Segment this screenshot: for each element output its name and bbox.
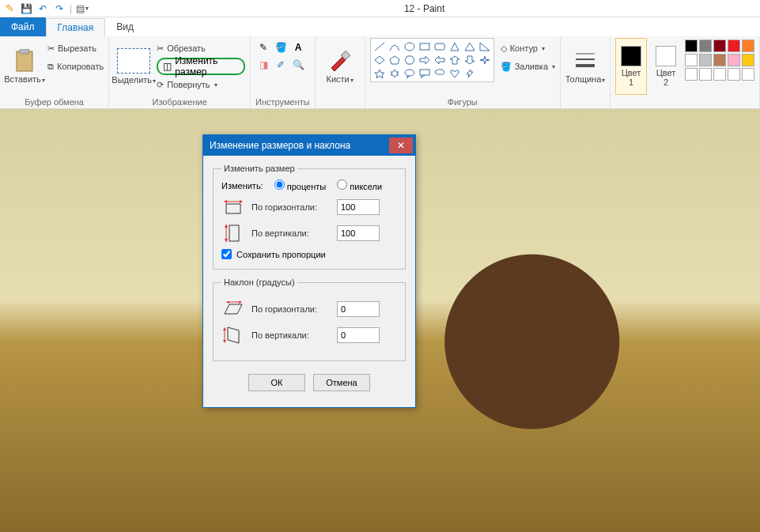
shape-roundrect[interactable] [433, 40, 447, 53]
select-button[interactable]: Выделить▾ [114, 38, 153, 95]
svg-marker-7 [451, 43, 459, 51]
shape-callout-rect[interactable] [418, 67, 432, 80]
color1-button[interactable]: Цвет 1 [615, 38, 647, 95]
tab-view[interactable]: Вид [105, 17, 145, 36]
shape-arrow-up[interactable] [448, 54, 462, 66]
svg-marker-10 [375, 56, 384, 64]
color-swatch[interactable] [713, 40, 726, 52]
cut-button[interactable]: ✂Вырезать [47, 40, 104, 57]
color-swatch[interactable] [713, 68, 726, 81]
resize-button[interactable]: ◫Изменить размер [157, 58, 245, 75]
skew-vert-input[interactable] [337, 327, 380, 343]
svg-marker-19 [391, 70, 399, 77]
group-image: Выделить▾ ✂Обрезать ◫Изменить размер ⟳По… [109, 36, 251, 108]
copy-label: Копировать [57, 62, 104, 71]
paste-label: Вставить [4, 74, 41, 84]
select-label: Выделить [112, 75, 152, 85]
shape-4star[interactable] [478, 54, 492, 66]
shape-arrow-left[interactable] [433, 54, 447, 66]
color-swatch[interactable] [728, 68, 740, 81]
svg-marker-28 [224, 200, 227, 203]
svg-marker-16 [465, 56, 475, 64]
skew-horiz-input[interactable] [337, 301, 380, 317]
radio-percent[interactable]: проценты [274, 179, 327, 191]
shape-oval[interactable] [403, 40, 417, 53]
shape-arrow-down[interactable] [463, 54, 477, 66]
paste-button[interactable]: Вставить▾ [5, 38, 44, 95]
fill-tool[interactable]: 🪣 [273, 40, 289, 55]
color-swatch[interactable] [742, 40, 754, 52]
color-swatch[interactable] [742, 68, 754, 81]
group-brushes-label [320, 107, 360, 108]
shape-right-triangle[interactable] [478, 40, 492, 53]
redo-icon[interactable]: ↷ [53, 2, 66, 15]
resize-horiz-input[interactable] [337, 199, 380, 215]
svg-rect-26 [226, 204, 240, 213]
color-swatch[interactable] [685, 68, 698, 81]
pencil-tool[interactable]: ✎ [255, 40, 271, 55]
resize-legend: Изменить размер [221, 164, 297, 173]
shape-diamond[interactable] [372, 54, 387, 66]
svg-rect-21 [420, 70, 429, 75]
shape-hexagon[interactable] [403, 54, 417, 66]
color2-label: Цвет 2 [656, 68, 676, 87]
color2-button[interactable]: Цвет 2 [650, 38, 682, 95]
group-size: Толщина▾ [561, 36, 611, 108]
svg-point-20 [405, 70, 414, 76]
shape-line[interactable] [372, 40, 387, 53]
close-icon[interactable]: ✕ [389, 138, 413, 153]
resize-vert-input[interactable] [337, 225, 380, 241]
ok-button[interactable]: ОК [248, 374, 305, 391]
shape-6star[interactable] [388, 67, 402, 80]
dialog-titlebar[interactable]: Изменение размеров и наклона ✕ [203, 135, 415, 156]
shape-callout-cloud[interactable] [433, 67, 447, 80]
save-icon[interactable]: 💾 [20, 2, 32, 15]
shape-rect[interactable] [418, 40, 432, 53]
shapes-gallery[interactable] [370, 38, 494, 82]
color-palette [685, 38, 754, 81]
resize-label: Изменить размер [175, 55, 239, 77]
shape-arrow-right[interactable] [418, 54, 432, 66]
svg-marker-15 [450, 56, 459, 64]
brushes-button[interactable]: Кисти▾ [320, 38, 360, 95]
size-button[interactable]: Толщина▾ [565, 38, 605, 95]
color-picker-tool[interactable]: ✐ [273, 57, 289, 73]
undo-icon[interactable]: ↶ [36, 2, 49, 15]
group-shapes: ◇Контур▾ 🪣Заливка▾ Фигуры [365, 36, 561, 108]
keep-aspect-checkbox[interactable] [221, 249, 232, 259]
crop-button[interactable]: ✂Обрезать [157, 40, 245, 57]
color-swatch[interactable] [699, 68, 712, 81]
fill-label: Заливка [515, 62, 548, 71]
color-swatch[interactable] [685, 54, 698, 66]
color-swatch[interactable] [699, 40, 712, 52]
color-swatch[interactable] [685, 40, 698, 52]
shape-triangle[interactable] [463, 40, 477, 53]
text-tool[interactable]: A [290, 40, 306, 55]
tab-file[interactable]: Файл [0, 17, 46, 36]
svg-marker-32 [225, 224, 228, 228]
shape-pentagon[interactable] [388, 54, 402, 66]
color1-swatch [621, 46, 641, 66]
customize-qat-icon[interactable]: ▤▾ [76, 2, 89, 15]
shape-callout-round[interactable] [403, 67, 417, 80]
fill-button[interactable]: 🪣Заливка▾ [501, 58, 555, 75]
eraser-tool[interactable]: ◨ [255, 57, 271, 73]
shape-curve[interactable] [388, 40, 402, 53]
shape-5star[interactable] [372, 67, 387, 80]
color-swatch[interactable] [699, 54, 712, 66]
shape-polygon[interactable] [448, 40, 462, 53]
color-swatch[interactable] [713, 54, 726, 66]
magnifier-tool[interactable]: 🔍 [290, 57, 306, 73]
rotate-button[interactable]: ⟳Повернуть▾ [157, 76, 245, 93]
copy-button[interactable]: ⧉Копировать [47, 58, 104, 75]
outline-button[interactable]: ◇Контур▾ [501, 40, 555, 57]
radio-pixels[interactable]: пиксели [337, 179, 382, 191]
color-swatch[interactable] [728, 54, 740, 66]
color-swatch[interactable] [742, 54, 754, 66]
svg-marker-11 [390, 56, 399, 64]
tab-home[interactable]: Главная [46, 18, 106, 37]
shape-lightning[interactable] [463, 67, 477, 80]
shape-heart[interactable] [448, 67, 462, 80]
cancel-button[interactable]: Отмена [313, 374, 370, 391]
color-swatch[interactable] [728, 40, 740, 52]
